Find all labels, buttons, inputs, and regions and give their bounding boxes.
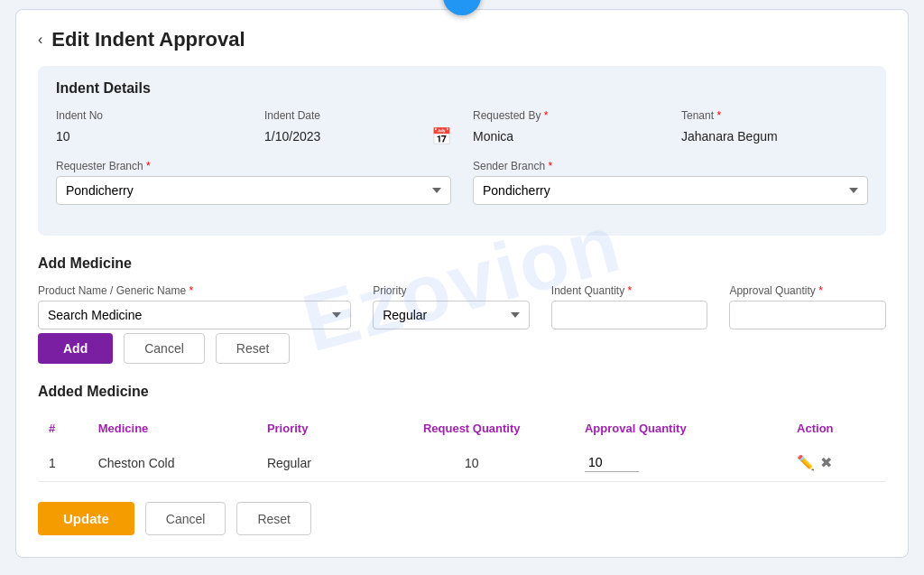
indent-no-label: Indent No <box>56 109 243 122</box>
table-header-row: # Medicine Priority Request Quantity App… <box>38 413 886 444</box>
approval-qty-field: Approval Quantity * <box>729 284 886 329</box>
add-medicine-title: Add Medicine <box>38 255 886 272</box>
indent-qty-field: Indent Quantity * <box>551 284 708 329</box>
col-medicine: Medicine <box>88 413 256 444</box>
add-reset-button[interactable]: Reset <box>216 333 291 364</box>
row-medicine: Cheston Cold <box>88 444 256 482</box>
requested-by-value: Monica <box>473 125 660 147</box>
add-medicine-actions: Add Cancel Reset <box>38 333 886 364</box>
add-medicine-section: Add Medicine Product Name / Generic Name… <box>38 255 886 364</box>
indent-qty-input[interactable] <box>551 301 708 329</box>
page-container: Ezovion ✏ ‹ Edit Indent Approval Indent … <box>15 9 909 558</box>
requested-by-field: Requested By * Monica <box>473 109 660 147</box>
add-medicine-form-row: Product Name / Generic Name * Search Med… <box>38 284 886 329</box>
requester-branch-field: Requester Branch * Pondicherry <box>56 160 451 205</box>
col-approval-qty: Approval Quantity <box>574 413 786 444</box>
indent-details-section: Indent Details Indent No 10 Indent Date … <box>38 66 886 236</box>
indent-details-title: Indent Details <box>56 80 868 97</box>
sender-branch-select[interactable]: Pondicherry <box>473 176 868 205</box>
indent-date-wrapper: 1/10/2023 📅 <box>264 125 451 147</box>
sender-branch-field: Sender Branch * Pondicherry <box>473 160 868 205</box>
requester-branch-select[interactable]: Pondicherry <box>56 176 451 205</box>
product-name-label: Product Name / Generic Name * <box>38 284 351 297</box>
calendar-icon[interactable]: 📅 <box>431 126 451 146</box>
requested-by-label: Requested By * <box>473 109 660 122</box>
product-name-field: Product Name / Generic Name * Search Med… <box>38 284 351 329</box>
sender-branch-label: Sender Branch * <box>473 160 868 172</box>
indent-details-row2: Requester Branch * Pondicherry Sender Br… <box>56 160 868 205</box>
page-header: ‹ Edit Indent Approval <box>38 28 886 51</box>
added-medicine-section: Added Medicine # Medicine Priority Reque… <box>38 384 886 482</box>
row-num: 1 <box>38 444 88 482</box>
bottom-cancel-button[interactable]: Cancel <box>145 502 226 535</box>
edit-pencil-icon: ✏ <box>456 0 469 6</box>
approval-qty-label: Approval Quantity * <box>729 284 886 297</box>
table-row: 1 Cheston Cold Regular 10 ✏️ ✖ <box>38 444 886 482</box>
priority-field: Priority Regular Urgent Emergency <box>373 284 530 329</box>
indent-date-field: Indent Date 1/10/2023 📅 <box>264 109 451 147</box>
priority-select[interactable]: Regular Urgent Emergency <box>373 301 530 329</box>
update-button[interactable]: Update <box>38 502 134 535</box>
indent-qty-label: Indent Quantity * <box>551 284 708 297</box>
row-action-cell: ✏️ ✖ <box>786 444 886 482</box>
add-cancel-button[interactable]: Cancel <box>124 333 205 364</box>
col-request-qty: Request Quantity <box>370 413 574 444</box>
requester-branch-label: Requester Branch * <box>56 160 451 172</box>
indent-details-row1: Indent No 10 Indent Date 1/10/2023 📅 Req… <box>56 109 868 147</box>
col-action: Action <box>786 413 886 444</box>
indent-no-value: 10 <box>56 125 243 147</box>
approval-qty-input[interactable] <box>729 301 886 329</box>
delete-row-icon[interactable]: ✖ <box>820 454 832 471</box>
col-hash: # <box>38 413 88 444</box>
row-approval-qty-input[interactable] <box>585 453 639 472</box>
tenant-label: Tenant * <box>681 109 868 122</box>
row-approval-qty-cell <box>574 444 786 482</box>
row-priority: Regular <box>256 444 370 482</box>
product-name-select[interactable]: Search Medicine <box>38 301 351 329</box>
bottom-reset-button[interactable]: Reset <box>236 502 311 535</box>
indent-date-value: 1/10/2023 <box>264 125 424 147</box>
indent-date-label: Indent Date <box>264 109 451 122</box>
page-title: Edit Indent Approval <box>51 28 245 51</box>
tenant-field: Tenant * Jahanara Begum <box>681 109 868 147</box>
tenant-value: Jahanara Begum <box>681 125 868 147</box>
col-priority: Priority <box>256 413 370 444</box>
medicine-table: # Medicine Priority Request Quantity App… <box>38 413 886 482</box>
bottom-buttons: Update Cancel Reset <box>38 502 886 535</box>
back-button[interactable]: ‹ <box>38 32 42 48</box>
priority-label: Priority <box>373 284 530 297</box>
edit-row-icon[interactable]: ✏️ <box>797 454 815 471</box>
indent-no-field: Indent No 10 <box>56 109 243 147</box>
added-medicine-title: Added Medicine <box>38 384 886 400</box>
action-icons: ✏️ ✖ <box>797 454 875 471</box>
row-request-qty: 10 <box>370 444 574 482</box>
edit-fab-button[interactable]: ✏ <box>443 0 481 15</box>
add-button[interactable]: Add <box>38 333 113 364</box>
